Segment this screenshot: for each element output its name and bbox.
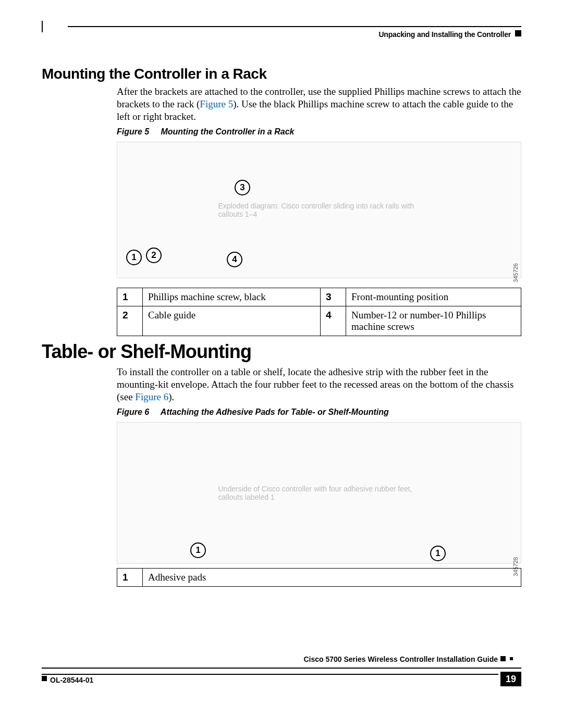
- figure5-image: Exploded diagram: Cisco controller slidi…: [117, 142, 521, 278]
- figure6-image-alt: Underside of Cisco controller with four …: [218, 485, 420, 501]
- header-square-icon: [515, 30, 521, 36]
- footer-rule-top: [42, 668, 521, 669]
- page: Unpacking and Installing the Controller …: [0, 0, 563, 728]
- section-heading-table-shelf: Table- or Shelf-Mounting: [42, 341, 251, 363]
- figure5-table-n2: 2: [117, 306, 143, 336]
- section-heading-mounting-rack: Mounting the Controller in a Rack: [42, 66, 267, 82]
- crop-tick: [42, 21, 43, 32]
- figure5-callout-table: 1 Phillips machine screw, black 3 Front-…: [117, 288, 521, 336]
- table-row: 2 Cable guide 4 Number-12 or number-10 P…: [117, 306, 521, 336]
- figure6-table-n1: 1: [117, 569, 143, 587]
- running-header: Unpacking and Installing the Controller: [378, 30, 511, 39]
- figure6-label: Figure 6: [117, 408, 158, 417]
- figure5-table-t4: Number-12 or number-10 Phillips machine …: [346, 306, 521, 336]
- section1-paragraph: After the brackets are attached to the c…: [117, 85, 521, 122]
- figure5-table-t1: Phillips machine screw, black: [143, 288, 321, 306]
- figure5-label: Figure 5: [117, 127, 158, 137]
- figure6-caption-text: Attaching the Adhesive Pads for Table- o…: [161, 408, 389, 416]
- section2-paragraph: To install the controller on a table or …: [117, 366, 521, 403]
- figure6-callout-table: 1 Adhesive pads: [117, 568, 521, 587]
- figure5-drawing-id: 345726: [512, 263, 519, 282]
- footer-rule-mid: [42, 674, 498, 675]
- section2-text-a: To install the controller on a table or …: [117, 366, 513, 402]
- figure5-image-alt: Exploded diagram: Cisco controller slidi…: [218, 202, 420, 218]
- figure5-table-n3: 3: [321, 288, 346, 306]
- figure6-callout-1-left: 1: [190, 542, 206, 558]
- page-number: 19: [500, 672, 521, 686]
- figure6-reference-link[interactable]: Figure 6: [135, 391, 168, 402]
- figure6-table-t1: Adhesive pads: [143, 569, 521, 587]
- figure5-callout-3: 3: [235, 180, 250, 195]
- footer-square-icon: [500, 656, 506, 661]
- figure5-caption: Figure 5 Mounting the Controller in a Ra…: [117, 127, 521, 137]
- figure6-callout-1-right: 1: [430, 546, 446, 561]
- figure5-callout-4: 4: [227, 252, 242, 267]
- footer-square-left-icon: [42, 676, 47, 681]
- header-hairline: [68, 26, 521, 27]
- footer-doc-id: OL-28544-01: [50, 676, 93, 684]
- figure5-caption-text: Mounting the Controller in a Rack: [161, 127, 294, 136]
- figure5-table-n4: 4: [321, 306, 346, 336]
- section2-text-b: ).: [168, 391, 174, 402]
- figure5-table-t3: Front-mounting position: [346, 288, 521, 306]
- table-row: 1 Adhesive pads: [117, 569, 521, 587]
- figure5-callout-2: 2: [146, 248, 162, 263]
- figure6-image: Underside of Cisco controller with four …: [117, 422, 521, 564]
- table-row: 1 Phillips machine screw, black 3 Front-…: [117, 288, 521, 306]
- figure5-callout-1: 1: [126, 250, 142, 265]
- footer-guide-title: Cisco 5700 Series Wireless Controller In…: [303, 655, 498, 663]
- footer: Cisco 5700 Series Wireless Controller In…: [42, 681, 521, 686]
- figure5-reference-link[interactable]: Figure 5: [200, 98, 233, 109]
- figure5-table-t2: Cable guide: [143, 306, 321, 336]
- figure6-caption: Figure 6 Attaching the Adhesive Pads for…: [117, 408, 521, 417]
- footer-square-icon-small: [510, 657, 513, 660]
- figure5-table-n1: 1: [117, 288, 143, 306]
